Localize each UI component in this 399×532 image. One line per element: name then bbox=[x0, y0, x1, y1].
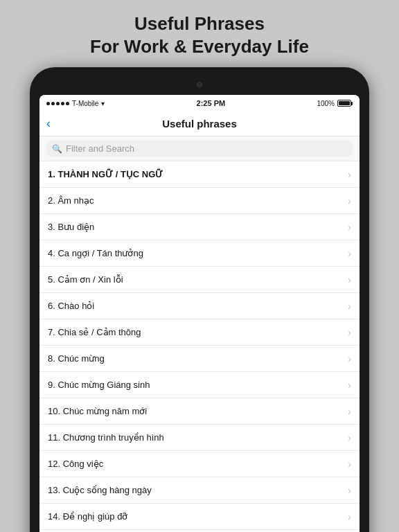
device-top-bar bbox=[39, 77, 360, 92]
list-item[interactable]: 3. Bưu điện› bbox=[39, 214, 360, 240]
list-item-text: 2. Âm nhạc bbox=[48, 195, 348, 206]
status-left: T-Mobile ▾ bbox=[46, 100, 105, 107]
carrier-label: T-Mobile bbox=[72, 100, 98, 107]
back-button[interactable]: ‹ bbox=[46, 116, 51, 131]
device-frame: T-Mobile ▾ 2:25 PM 100% ‹ Useful phrases bbox=[30, 67, 369, 532]
chevron-icon: › bbox=[348, 248, 351, 259]
chevron-icon: › bbox=[348, 485, 351, 496]
list-item[interactable]: 9. Chúc mừng Giáng sinh› bbox=[39, 372, 360, 398]
list-item[interactable]: 6. Chào hỏi› bbox=[39, 293, 360, 319]
battery-icon bbox=[337, 100, 353, 107]
signal-dots bbox=[46, 102, 69, 105]
battery-percent: 100% bbox=[317, 100, 335, 107]
list-item[interactable]: 12. Công việc› bbox=[39, 451, 360, 477]
screen: T-Mobile ▾ 2:25 PM 100% ‹ Useful phrases bbox=[39, 95, 360, 532]
chevron-icon: › bbox=[348, 274, 351, 285]
battery-area: 100% bbox=[317, 100, 353, 107]
list-item[interactable]: 11. Chương trình truyền hình› bbox=[39, 425, 360, 451]
chevron-icon: › bbox=[348, 406, 351, 417]
page-header-title: Useful Phrases For Work & Everyday Life bbox=[21, 12, 378, 57]
chevron-icon: › bbox=[348, 301, 351, 312]
chevron-icon: › bbox=[348, 222, 351, 233]
list-item[interactable]: 7. Chia sẻ / Cảm thông› bbox=[39, 319, 360, 346]
list-item-text: 7. Chia sẻ / Cảm thông bbox=[48, 327, 348, 337]
nav-title: Useful phrases bbox=[162, 118, 237, 130]
list-item-text: 8. Chúc mừng bbox=[48, 353, 348, 364]
list-container: 1. THÀNH NGỮ / TỤC NGỮ›2. Âm nhạc›3. Bưu… bbox=[39, 161, 360, 532]
list-item[interactable]: 10. Chúc mừng năm mới› bbox=[39, 398, 360, 425]
list-item[interactable]: 1. THÀNH NGỮ / TỤC NGỮ› bbox=[39, 161, 360, 188]
list-item[interactable]: 4. Ca ngợi / Tán thưởng› bbox=[39, 240, 360, 267]
chevron-icon: › bbox=[348, 169, 351, 180]
list-item-text: 13. Cuộc sống hàng ngày bbox=[48, 485, 348, 495]
list-item-text: 5. Cảm ơn / Xin lỗi bbox=[48, 274, 348, 285]
chevron-icon: › bbox=[348, 432, 351, 443]
list-item-text: 6. Chào hỏi bbox=[48, 301, 348, 311]
chevron-icon: › bbox=[348, 195, 351, 206]
page-header: Useful Phrases For Work & Everyday Life bbox=[0, 0, 399, 67]
search-placeholder: Filter and Search bbox=[66, 143, 134, 154]
chevron-icon: › bbox=[348, 327, 351, 338]
chevron-icon: › bbox=[348, 459, 351, 470]
wifi-icon: ▾ bbox=[101, 100, 105, 107]
status-bar: T-Mobile ▾ 2:25 PM 100% bbox=[39, 95, 360, 112]
search-inner: 🔍 Filter and Search bbox=[46, 141, 353, 157]
list-item-text: 14. Đề nghị giúp đỡ bbox=[48, 511, 348, 522]
list-item-text: 10. Chúc mừng năm mới bbox=[48, 406, 348, 416]
device-camera bbox=[197, 82, 202, 87]
list-item[interactable]: 2. Âm nhạc› bbox=[39, 188, 360, 214]
list-item-text: 3. Bưu điện bbox=[48, 222, 348, 232]
list-item-text: 9. Chúc mừng Giáng sinh bbox=[48, 380, 348, 390]
time-label: 2:25 PM bbox=[197, 99, 226, 107]
list-item-text: 11. Chương trình truyền hình bbox=[48, 432, 348, 443]
list-item[interactable]: 14. Đề nghị giúp đỡ› bbox=[39, 504, 360, 530]
list-item[interactable]: 8. Chúc mừng› bbox=[39, 346, 360, 372]
list-item[interactable]: 5. Cảm ơn / Xin lỗi› bbox=[39, 267, 360, 293]
search-icon: 🔍 bbox=[52, 144, 62, 154]
search-bar[interactable]: 🔍 Filter and Search bbox=[39, 136, 360, 161]
nav-bar: ‹ Useful phrases bbox=[39, 112, 360, 136]
list-item[interactable]: 13. Cuộc sống hàng ngày› bbox=[39, 477, 360, 504]
chevron-icon: › bbox=[348, 380, 351, 391]
list-item-text: 12. Công việc bbox=[48, 459, 348, 469]
chevron-icon: › bbox=[348, 511, 351, 522]
list-item-text: 1. THÀNH NGỮ / TỤC NGỮ bbox=[48, 169, 348, 179]
list-item-text: 4. Ca ngợi / Tán thưởng bbox=[48, 248, 348, 258]
chevron-icon: › bbox=[348, 353, 351, 364]
